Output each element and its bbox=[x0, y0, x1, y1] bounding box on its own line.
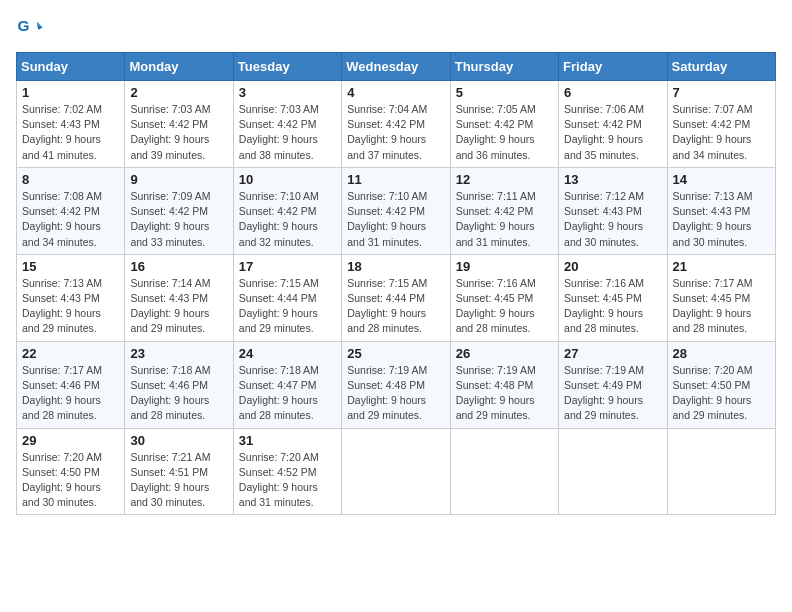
sunrise-label: Sunrise: 7:03 AM bbox=[239, 103, 319, 115]
day-info: Sunrise: 7:21 AM Sunset: 4:51 PM Dayligh… bbox=[130, 450, 227, 511]
day-info: Sunrise: 7:09 AM Sunset: 4:42 PM Dayligh… bbox=[130, 189, 227, 250]
calendar-cell: 27 Sunrise: 7:19 AM Sunset: 4:49 PM Dayl… bbox=[559, 341, 667, 428]
daylight-label: Daylight: 9 hours and 28 minutes. bbox=[239, 394, 318, 421]
sunset-label: Sunset: 4:42 PM bbox=[347, 118, 425, 130]
sunrise-label: Sunrise: 7:17 AM bbox=[22, 364, 102, 376]
calendar-cell: 6 Sunrise: 7:06 AM Sunset: 4:42 PM Dayli… bbox=[559, 81, 667, 168]
sunset-label: Sunset: 4:45 PM bbox=[564, 292, 642, 304]
logo: G bbox=[16, 16, 46, 44]
daylight-label: Daylight: 9 hours and 32 minutes. bbox=[239, 220, 318, 247]
sunset-label: Sunset: 4:42 PM bbox=[239, 118, 317, 130]
day-number: 30 bbox=[130, 433, 227, 448]
calendar-cell: 10 Sunrise: 7:10 AM Sunset: 4:42 PM Dayl… bbox=[233, 167, 341, 254]
day-number: 22 bbox=[22, 346, 119, 361]
day-info: Sunrise: 7:18 AM Sunset: 4:47 PM Dayligh… bbox=[239, 363, 336, 424]
day-info: Sunrise: 7:10 AM Sunset: 4:42 PM Dayligh… bbox=[347, 189, 444, 250]
calendar-cell: 21 Sunrise: 7:17 AM Sunset: 4:45 PM Dayl… bbox=[667, 254, 775, 341]
sunset-label: Sunset: 4:42 PM bbox=[22, 205, 100, 217]
day-number: 12 bbox=[456, 172, 553, 187]
day-number: 24 bbox=[239, 346, 336, 361]
calendar-cell: 19 Sunrise: 7:16 AM Sunset: 4:45 PM Dayl… bbox=[450, 254, 558, 341]
day-number: 20 bbox=[564, 259, 661, 274]
sunset-label: Sunset: 4:42 PM bbox=[456, 205, 534, 217]
daylight-label: Daylight: 9 hours and 29 minutes. bbox=[130, 307, 209, 334]
sunrise-label: Sunrise: 7:21 AM bbox=[130, 451, 210, 463]
daylight-label: Daylight: 9 hours and 38 minutes. bbox=[239, 133, 318, 160]
daylight-label: Daylight: 9 hours and 29 minutes. bbox=[564, 394, 643, 421]
day-info: Sunrise: 7:12 AM Sunset: 4:43 PM Dayligh… bbox=[564, 189, 661, 250]
sunset-label: Sunset: 4:48 PM bbox=[456, 379, 534, 391]
calendar-cell: 31 Sunrise: 7:20 AM Sunset: 4:52 PM Dayl… bbox=[233, 428, 341, 515]
calendar-week-4: 22 Sunrise: 7:17 AM Sunset: 4:46 PM Dayl… bbox=[17, 341, 776, 428]
daylight-label: Daylight: 9 hours and 28 minutes. bbox=[673, 307, 752, 334]
daylight-label: Daylight: 9 hours and 29 minutes. bbox=[22, 307, 101, 334]
calendar-cell: 28 Sunrise: 7:20 AM Sunset: 4:50 PM Dayl… bbox=[667, 341, 775, 428]
sunrise-label: Sunrise: 7:20 AM bbox=[673, 364, 753, 376]
sunrise-label: Sunrise: 7:17 AM bbox=[673, 277, 753, 289]
day-number: 19 bbox=[456, 259, 553, 274]
sunrise-label: Sunrise: 7:18 AM bbox=[130, 364, 210, 376]
calendar-cell: 15 Sunrise: 7:13 AM Sunset: 4:43 PM Dayl… bbox=[17, 254, 125, 341]
day-info: Sunrise: 7:05 AM Sunset: 4:42 PM Dayligh… bbox=[456, 102, 553, 163]
sunset-label: Sunset: 4:52 PM bbox=[239, 466, 317, 478]
weekday-header-wednesday: Wednesday bbox=[342, 53, 450, 81]
sunset-label: Sunset: 4:42 PM bbox=[130, 205, 208, 217]
day-info: Sunrise: 7:13 AM Sunset: 4:43 PM Dayligh… bbox=[22, 276, 119, 337]
day-info: Sunrise: 7:20 AM Sunset: 4:52 PM Dayligh… bbox=[239, 450, 336, 511]
sunrise-label: Sunrise: 7:06 AM bbox=[564, 103, 644, 115]
sunset-label: Sunset: 4:44 PM bbox=[347, 292, 425, 304]
day-number: 15 bbox=[22, 259, 119, 274]
calendar-cell: 9 Sunrise: 7:09 AM Sunset: 4:42 PM Dayli… bbox=[125, 167, 233, 254]
day-info: Sunrise: 7:20 AM Sunset: 4:50 PM Dayligh… bbox=[22, 450, 119, 511]
sunset-label: Sunset: 4:43 PM bbox=[22, 292, 100, 304]
sunset-label: Sunset: 4:45 PM bbox=[456, 292, 534, 304]
day-number: 31 bbox=[239, 433, 336, 448]
weekday-header-monday: Monday bbox=[125, 53, 233, 81]
sunrise-label: Sunrise: 7:10 AM bbox=[239, 190, 319, 202]
sunrise-label: Sunrise: 7:11 AM bbox=[456, 190, 536, 202]
sunrise-label: Sunrise: 7:15 AM bbox=[239, 277, 319, 289]
sunrise-label: Sunrise: 7:19 AM bbox=[456, 364, 536, 376]
calendar-cell: 20 Sunrise: 7:16 AM Sunset: 4:45 PM Dayl… bbox=[559, 254, 667, 341]
sunrise-label: Sunrise: 7:20 AM bbox=[239, 451, 319, 463]
sunrise-label: Sunrise: 7:04 AM bbox=[347, 103, 427, 115]
day-info: Sunrise: 7:04 AM Sunset: 4:42 PM Dayligh… bbox=[347, 102, 444, 163]
daylight-label: Daylight: 9 hours and 37 minutes. bbox=[347, 133, 426, 160]
calendar-cell: 3 Sunrise: 7:03 AM Sunset: 4:42 PM Dayli… bbox=[233, 81, 341, 168]
sunset-label: Sunset: 4:47 PM bbox=[239, 379, 317, 391]
day-info: Sunrise: 7:18 AM Sunset: 4:46 PM Dayligh… bbox=[130, 363, 227, 424]
calendar-cell bbox=[559, 428, 667, 515]
calendar-cell: 30 Sunrise: 7:21 AM Sunset: 4:51 PM Dayl… bbox=[125, 428, 233, 515]
sunrise-label: Sunrise: 7:05 AM bbox=[456, 103, 536, 115]
calendar-cell: 4 Sunrise: 7:04 AM Sunset: 4:42 PM Dayli… bbox=[342, 81, 450, 168]
sunrise-label: Sunrise: 7:20 AM bbox=[22, 451, 102, 463]
calendar-cell bbox=[342, 428, 450, 515]
daylight-label: Daylight: 9 hours and 34 minutes. bbox=[22, 220, 101, 247]
sunset-label: Sunset: 4:42 PM bbox=[130, 118, 208, 130]
calendar-week-1: 1 Sunrise: 7:02 AM Sunset: 4:43 PM Dayli… bbox=[17, 81, 776, 168]
calendar-cell: 29 Sunrise: 7:20 AM Sunset: 4:50 PM Dayl… bbox=[17, 428, 125, 515]
sunset-label: Sunset: 4:42 PM bbox=[456, 118, 534, 130]
daylight-label: Daylight: 9 hours and 30 minutes. bbox=[673, 220, 752, 247]
day-info: Sunrise: 7:19 AM Sunset: 4:49 PM Dayligh… bbox=[564, 363, 661, 424]
day-info: Sunrise: 7:19 AM Sunset: 4:48 PM Dayligh… bbox=[347, 363, 444, 424]
sunrise-label: Sunrise: 7:16 AM bbox=[456, 277, 536, 289]
calendar-cell: 11 Sunrise: 7:10 AM Sunset: 4:42 PM Dayl… bbox=[342, 167, 450, 254]
daylight-label: Daylight: 9 hours and 33 minutes. bbox=[130, 220, 209, 247]
calendar-cell: 2 Sunrise: 7:03 AM Sunset: 4:42 PM Dayli… bbox=[125, 81, 233, 168]
daylight-label: Daylight: 9 hours and 29 minutes. bbox=[347, 394, 426, 421]
weekday-header-friday: Friday bbox=[559, 53, 667, 81]
daylight-label: Daylight: 9 hours and 39 minutes. bbox=[130, 133, 209, 160]
day-info: Sunrise: 7:19 AM Sunset: 4:48 PM Dayligh… bbox=[456, 363, 553, 424]
sunset-label: Sunset: 4:43 PM bbox=[564, 205, 642, 217]
day-info: Sunrise: 7:20 AM Sunset: 4:50 PM Dayligh… bbox=[673, 363, 770, 424]
calendar-cell: 1 Sunrise: 7:02 AM Sunset: 4:43 PM Dayli… bbox=[17, 81, 125, 168]
day-info: Sunrise: 7:03 AM Sunset: 4:42 PM Dayligh… bbox=[130, 102, 227, 163]
weekday-header-sunday: Sunday bbox=[17, 53, 125, 81]
day-number: 17 bbox=[239, 259, 336, 274]
day-number: 10 bbox=[239, 172, 336, 187]
calendar-cell: 25 Sunrise: 7:19 AM Sunset: 4:48 PM Dayl… bbox=[342, 341, 450, 428]
sunset-label: Sunset: 4:51 PM bbox=[130, 466, 208, 478]
sunset-label: Sunset: 4:43 PM bbox=[22, 118, 100, 130]
day-number: 1 bbox=[22, 85, 119, 100]
